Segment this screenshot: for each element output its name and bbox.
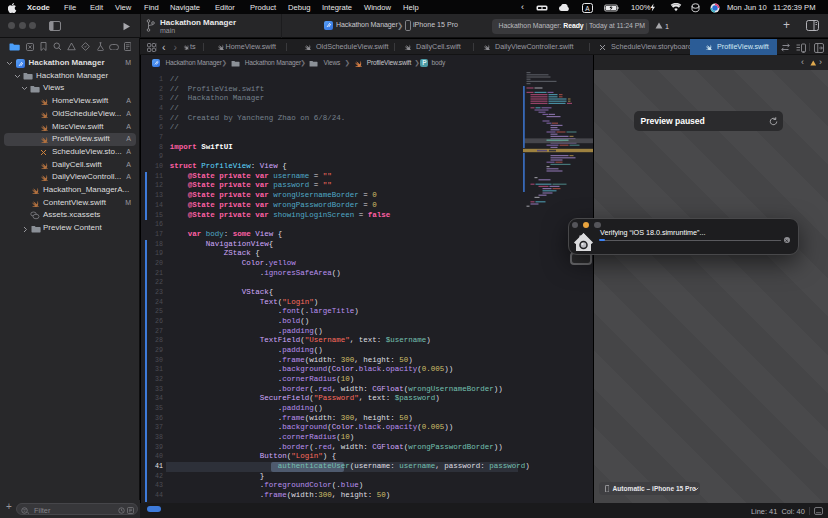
svg-text:A: A bbox=[585, 4, 590, 11]
